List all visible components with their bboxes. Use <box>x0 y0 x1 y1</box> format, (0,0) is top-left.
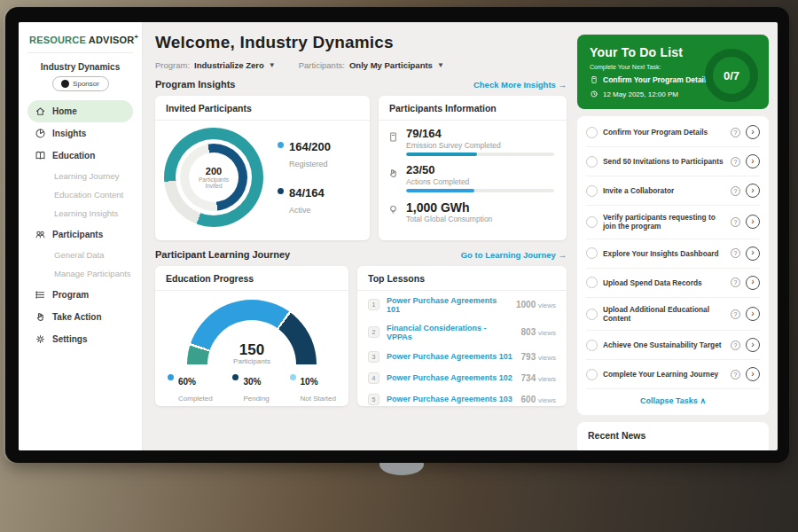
task-row: Complete Your Learning Journey ? › <box>586 360 760 389</box>
list-icon <box>35 289 46 301</box>
sidebar-item-settings[interactable]: Settings <box>27 328 133 350</box>
chevron-right-button[interactable]: › <box>746 184 760 198</box>
invited-donut-chart: 200 Participants Invited <box>164 128 263 227</box>
pie-chart-icon <box>35 128 46 139</box>
help-icon[interactable]: ? <box>731 217 740 227</box>
legend-not-started: 10% Not Started <box>290 372 336 404</box>
task-row: Send 50 Invitations to Participants ? › <box>586 147 760 176</box>
task-label[interactable]: Upload Spend Data Records <box>603 278 725 287</box>
sidebar-item-manage-participants[interactable]: Manage Participants <box>27 264 133 283</box>
sidebar-item-education-content[interactable]: Education Content <box>27 185 133 204</box>
help-icon[interactable]: ? <box>731 340 740 350</box>
education-progress-card: Education Progress 150 Participants 60% <box>155 266 348 406</box>
check-more-insights-link[interactable]: Check More Insights → <box>473 80 567 90</box>
document-icon <box>590 75 598 84</box>
task-label[interactable]: Confirm Your Program Details <box>603 128 725 137</box>
chevron-right-button[interactable]: › <box>746 367 760 381</box>
task-checkbox[interactable] <box>586 185 598 197</box>
program-filter[interactable]: Program: Industrialize Zero ▼ <box>155 60 276 70</box>
recent-news-title: Recent News <box>588 430 758 441</box>
collapse-tasks-link[interactable]: Collapse Tasks ∧ <box>586 389 760 413</box>
lesson-link[interactable]: Financial Considerations - VPPAs <box>387 324 514 341</box>
help-icon[interactable]: ? <box>731 278 740 287</box>
task-label[interactable]: Complete Your Learning Journey <box>603 370 725 379</box>
task-label[interactable]: Achieve One Sustainability Target <box>603 340 725 349</box>
help-icon[interactable]: ? <box>731 186 740 196</box>
legend-completed: 60% Completed <box>168 372 213 404</box>
help-icon[interactable]: ? <box>731 157 740 167</box>
sponsor-badge[interactable]: Sponsor <box>52 76 109 91</box>
app-logo: RESOURCE ADVISOR+ <box>27 31 133 53</box>
sidebar-item-label: Home <box>52 106 77 116</box>
help-icon[interactable]: ? <box>731 309 740 319</box>
chevron-right-button[interactable]: › <box>746 154 760 168</box>
help-icon[interactable]: ? <box>731 370 740 379</box>
lesson-link[interactable]: Power Purchase Agreements 101 <box>387 352 514 361</box>
chevron-right-button[interactable]: › <box>746 276 760 290</box>
top-lessons-card: Top Lessons 1 Power Purchase Agreements … <box>357 266 567 406</box>
go-to-learning-journey-link[interactable]: Go to Learning Journey → <box>461 250 567 260</box>
task-label[interactable]: Explore Your Insights Dashboard <box>603 249 725 258</box>
chevron-right-button[interactable]: › <box>746 125 760 139</box>
arrow-right-icon: → <box>559 80 567 90</box>
task-checkbox[interactable] <box>586 309 598 320</box>
sidebar-item-label: Insights <box>52 129 86 138</box>
chevron-right-button[interactable]: › <box>746 215 760 229</box>
sidebar-item-label: Program <box>52 290 89 300</box>
desk-background: RESOURCE ADVISOR+ Industry Dynamics Spon… <box>0 0 798 532</box>
invited-participants-card: Invited Participants 200 Participants In… <box>155 96 370 240</box>
actions-progress-track <box>406 189 554 192</box>
active-dot <box>278 188 284 194</box>
task-checkbox[interactable] <box>586 216 598 228</box>
task-label[interactable]: Invite a Collaborator <box>603 186 725 195</box>
section-title: Program Insights <box>155 79 235 90</box>
arrow-right-icon: → <box>559 250 567 260</box>
chevron-right-button[interactable]: › <box>746 246 760 261</box>
task-label[interactable]: Verify participants requesting to join t… <box>603 213 725 231</box>
lesson-link[interactable]: Power Purchase Agreements 101 <box>387 296 509 314</box>
participants-filter[interactable]: Participants: Only My Participants ▼ <box>299 60 444 70</box>
task-checkbox[interactable] <box>586 247 598 259</box>
task-label[interactable]: Send 50 Invitations to Participants <box>603 157 725 166</box>
task-checkbox[interactable] <box>586 127 598 138</box>
help-icon[interactable]: ? <box>731 248 740 258</box>
sidebar-item-participants[interactable]: Participants <box>27 223 133 246</box>
chevron-right-button[interactable]: › <box>746 307 760 321</box>
task-label[interactable]: Upload Additional Educational Content <box>603 305 725 324</box>
logo-secondary: ADVISOR+ <box>89 35 138 45</box>
card-title: Invited Participants <box>155 96 370 121</box>
help-icon[interactable]: ? <box>731 128 740 137</box>
card-title: Top Lessons <box>357 266 567 291</box>
task-checkbox[interactable] <box>586 277 598 288</box>
sidebar-item-home[interactable]: Home <box>27 100 133 122</box>
chevron-right-button[interactable]: › <box>746 338 760 352</box>
invited-count: 200 <box>206 166 222 176</box>
sidebar-item-program[interactable]: Program <box>27 284 133 306</box>
lesson-row: 3 Power Purchase Agreements 101 793 view… <box>357 346 567 367</box>
page-title: Welcome, Industry Dynamics <box>155 33 567 52</box>
task-checkbox[interactable] <box>586 156 598 168</box>
lesson-link[interactable]: Power Purchase Agreements 103 <box>387 395 514 403</box>
todo-tasks-card: Confirm Your Program Details ? › Send 50… <box>577 116 769 415</box>
sidebar-item-general-data[interactable]: General Data <box>27 246 133 264</box>
sidebar-item-take-action[interactable]: Take Action <box>27 306 133 328</box>
sidebar-item-learning-journey[interactable]: Learning Journey <box>27 167 133 185</box>
monitor-bezel: RESOURCE ADVISOR+ Industry Dynamics Spon… <box>5 7 789 463</box>
program-filter-label: Program: <box>155 60 190 70</box>
task-row: Invite a Collaborator ? › <box>586 176 760 206</box>
lesson-rank: 3 <box>368 351 379 363</box>
card-title: Education Progress <box>155 266 348 291</box>
emission-survey-metric: 79/164 Emission Survey Completed <box>387 128 554 156</box>
task-checkbox[interactable] <box>586 340 598 351</box>
todo-progress-value: 0/7 <box>724 69 739 82</box>
sidebar: RESOURCE ADVISOR+ Industry Dynamics Spon… <box>19 22 143 450</box>
sidebar-item-insights[interactable]: Insights <box>27 122 133 145</box>
task-row: Explore Your Insights Dashboard ? › <box>586 239 760 269</box>
program-filter-value: Industrialize Zero <box>194 60 264 70</box>
lesson-link[interactable]: Power Purchase Agreements 102 <box>387 373 514 382</box>
sidebar-item-learning-insights[interactable]: Learning Insights <box>27 204 133 223</box>
participants-filter-label: Participants: <box>299 60 345 70</box>
task-checkbox[interactable] <box>586 369 598 380</box>
lesson-row: 2 Financial Considerations - VPPAs 803 v… <box>357 318 567 346</box>
sidebar-item-education[interactable]: Education <box>27 145 133 167</box>
